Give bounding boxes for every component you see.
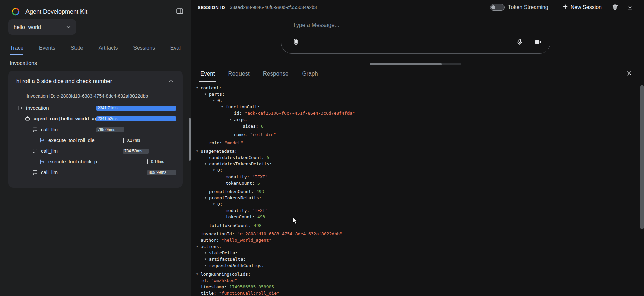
json-value: "TEXT" xyxy=(249,174,268,179)
attach-file-button[interactable] xyxy=(290,36,302,49)
json-key: tokenCount: xyxy=(226,181,255,186)
json-line: ▼content: xyxy=(192,85,639,91)
sidebar-tab-events[interactable]: Events xyxy=(39,41,55,55)
toggle-knob xyxy=(491,5,495,9)
expand-caret-icon[interactable]: ▼ xyxy=(205,91,209,97)
json-value: "functionCall:roll_die" xyxy=(216,291,279,296)
trace-duration-label: 734.59ms xyxy=(124,146,142,157)
sidebar-tab-state[interactable]: State xyxy=(71,41,83,55)
json-key: requestedAuthConfigs: xyxy=(209,263,264,268)
expand-caret-icon[interactable]: ▼ xyxy=(213,167,217,174)
json-line: title: "functionCall:roll_die" xyxy=(192,290,639,296)
expand-caret-icon[interactable]: ▼ xyxy=(196,85,201,91)
sidebar-tab-sessions[interactable]: Sessions xyxy=(133,41,155,55)
json-key: promptTokensDetails: xyxy=(209,195,262,200)
trace-row[interactable]: call_llm734.59ms xyxy=(8,146,183,156)
expand-caret-icon[interactable]: ▼ xyxy=(196,148,201,154)
invocation-card-header[interactable]: hi roll a 6 side dice and check number xyxy=(8,71,183,88)
expand-caret-icon[interactable]: ▼ xyxy=(205,262,209,269)
horizontal-scrollbar[interactable] xyxy=(370,63,461,65)
sidebar-scrollbar[interactable] xyxy=(189,118,191,161)
invocation-card: hi roll a 6 side dice and check number I… xyxy=(8,71,183,188)
json-line: ▼longRunningToolIds: xyxy=(192,271,639,277)
trace-row[interactable]: call_llm795.05ms xyxy=(8,124,183,135)
trace-row-label: agent_run [hello_world_agent] xyxy=(34,113,107,124)
json-key: stateDelta: xyxy=(209,250,238,255)
trace-row-label: call_llm xyxy=(41,124,58,135)
horizontal-scrollbar-thumb[interactable] xyxy=(370,63,442,65)
trace-duration-label: 0.16ms xyxy=(151,156,164,167)
json-line: ▼usageMetadata: xyxy=(192,148,639,154)
expand-caret-icon[interactable]: ▼ xyxy=(213,97,217,104)
json-line: ▼promptTokensDetails: xyxy=(192,195,639,201)
sidebar-tabs: TraceEventsStateArtifactsSessionsEval xyxy=(0,41,191,55)
trace-row[interactable]: call_llm809.99ms xyxy=(8,167,183,178)
json-key: modality: xyxy=(226,208,249,213)
json-line: ▼artifactDelta: xyxy=(192,256,639,262)
detail-tab-request[interactable]: Request xyxy=(221,66,256,82)
trace-row[interactable]: execute_tool check_p...0.16ms xyxy=(8,156,183,167)
trace-row-label: execute_tool roll_die xyxy=(48,135,95,146)
expand-caret-icon[interactable]: ▼ xyxy=(205,195,209,201)
expand-caret-icon[interactable]: ▼ xyxy=(196,271,201,277)
trash-icon xyxy=(612,4,619,11)
close-detail-button[interactable] xyxy=(624,68,635,80)
json-key: sides: xyxy=(243,124,258,129)
json-value: "wmZhkbed" xyxy=(208,278,237,283)
json-line: ▼args: xyxy=(192,116,639,123)
topbar-actions: Token Streaming New Session xyxy=(490,2,635,13)
json-line: totalTokenCount: 498 xyxy=(192,222,639,229)
detail-tab-response[interactable]: Response xyxy=(256,66,296,82)
trace-row[interactable]: execute_tool roll_die0.17ms xyxy=(8,135,183,146)
trace-duration-bar xyxy=(123,138,124,143)
trace-row-label: execute_tool check_p... xyxy=(48,156,101,167)
sidebar-tab-eval[interactable]: Eval xyxy=(170,41,181,55)
json-line: ▼0: xyxy=(192,167,639,174)
json-key: content: xyxy=(201,85,222,90)
chevron-down-icon xyxy=(66,26,71,29)
json-key: promptTokenCount: xyxy=(209,189,254,194)
delete-session-button[interactable] xyxy=(610,2,621,13)
trace-row-label: call_llm xyxy=(41,167,58,178)
trace-duration-label: 795.05ms xyxy=(98,124,115,135)
expand-caret-icon[interactable]: ▼ xyxy=(205,250,209,256)
detail-tab-event[interactable]: Event xyxy=(194,66,221,82)
json-key: candidatesTokensDetails: xyxy=(209,161,272,166)
trace-row[interactable]: agent_run [hello_world_agent]2341.52ms xyxy=(8,113,183,124)
json-value: "adk-caf25106-f0c7-451f-86e4-3c6d7e8f4fd… xyxy=(242,111,355,116)
json-key: 0: xyxy=(217,202,223,207)
app-title: Agent Development Kit xyxy=(25,8,174,15)
sidebar-tab-trace[interactable]: Trace xyxy=(10,41,23,55)
videocam-icon xyxy=(534,38,542,47)
expand-caret-icon[interactable]: ▼ xyxy=(205,256,209,262)
json-key: artifactDelta: xyxy=(209,257,246,262)
expand-caret-icon[interactable]: ▼ xyxy=(213,201,217,207)
video-button[interactable] xyxy=(532,36,544,49)
new-session-button[interactable]: New Session xyxy=(562,4,602,11)
microphone-button[interactable] xyxy=(514,36,525,49)
json-key: name: xyxy=(234,132,247,137)
session-id-label: SESSION ID xyxy=(198,5,225,10)
expand-caret-icon[interactable]: ▼ xyxy=(205,161,209,167)
agent-select-dropdown[interactable]: hello_world xyxy=(8,19,76,35)
vertical-scrollbar[interactable] xyxy=(640,85,644,229)
trace-row[interactable]: invocation2341.71ms xyxy=(8,103,183,113)
json-key: id: xyxy=(234,111,242,116)
chat-bubble-icon xyxy=(32,127,38,132)
expand-caret-icon[interactable]: ▼ xyxy=(230,116,234,123)
invocation-id: Invocation ID: e-2808fd10-6383-4754-8de4… xyxy=(8,88,183,103)
json-line: author: "hello_world_agent" xyxy=(192,237,639,243)
trace-duration-label: 0.17ms xyxy=(127,135,140,146)
new-session-label: New Session xyxy=(571,4,602,10)
expand-caret-icon[interactable]: ▼ xyxy=(196,243,201,250)
detail-tab-graph[interactable]: Graph xyxy=(295,66,324,82)
json-value: "model" xyxy=(222,140,243,145)
export-session-button[interactable] xyxy=(625,2,635,13)
sidebar-tab-artifacts[interactable]: Artifacts xyxy=(99,41,118,55)
expand-caret-icon[interactable]: ▼ xyxy=(221,104,226,110)
json-value: 6 xyxy=(258,124,264,129)
chevron-up-icon[interactable] xyxy=(167,78,175,85)
message-input[interactable] xyxy=(293,22,481,29)
token-streaming-toggle[interactable] xyxy=(490,4,505,11)
collapse-panel-button[interactable] xyxy=(174,6,185,17)
